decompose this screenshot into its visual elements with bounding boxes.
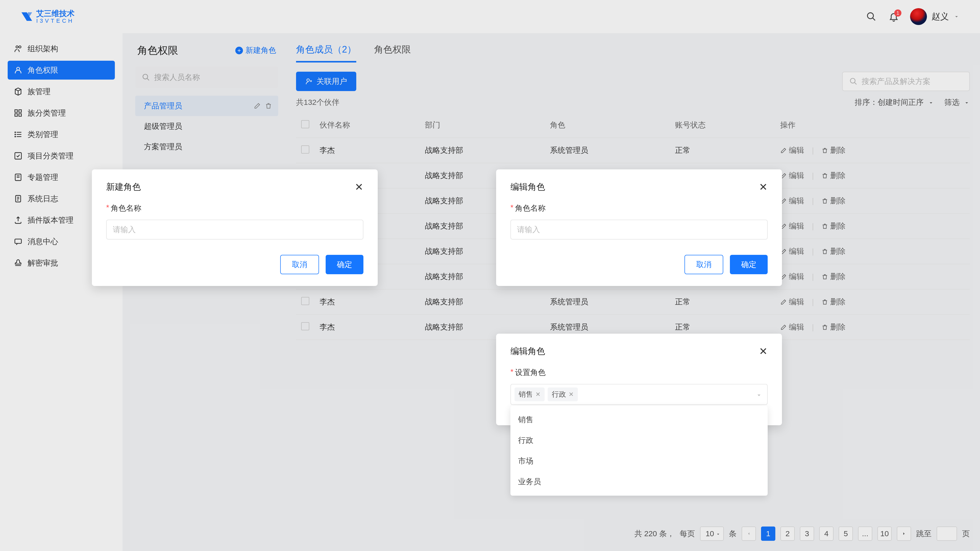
field-label: *角色名称 — [106, 203, 363, 213]
modal-set-role: 编辑角色 ✕ *设置角色 销售✕行政✕ 销售行政市场业务员 — [496, 333, 782, 425]
cancel-button[interactable]: 取消 — [684, 255, 723, 274]
role-multi-select[interactable]: 销售✕行政✕ 销售行政市场业务员 — [511, 384, 768, 405]
ok-button[interactable]: 确定 — [730, 255, 768, 274]
modal-edit-role: 编辑角色 ✕ *角色名称 取消 确定 — [496, 169, 782, 286]
dropdown-list: 销售行政市场业务员 — [511, 406, 768, 495]
modal-title: 编辑角色 — [511, 181, 545, 193]
field-label: *设置角色 — [511, 367, 768, 378]
close-icon[interactable]: ✕ — [759, 181, 768, 193]
field-label: *角色名称 — [511, 203, 768, 213]
modal-title: 编辑角色 — [511, 345, 545, 357]
dropdown-option[interactable]: 市场 — [511, 451, 768, 472]
remove-tag-icon[interactable]: ✕ — [569, 391, 574, 398]
chevron-down-icon — [756, 392, 762, 399]
dropdown-option[interactable]: 销售 — [511, 410, 768, 430]
close-icon[interactable]: ✕ — [355, 181, 363, 193]
ok-button[interactable]: 确定 — [326, 255, 363, 274]
dropdown-option[interactable]: 业务员 — [511, 472, 768, 492]
role-name-input[interactable] — [106, 220, 363, 240]
cancel-button[interactable]: 取消 — [280, 255, 319, 274]
dropdown-option[interactable]: 行政 — [511, 430, 768, 451]
close-icon[interactable]: ✕ — [759, 345, 768, 357]
modal-new-role: 新建角色 ✕ *角色名称 取消 确定 — [92, 169, 378, 286]
role-name-input[interactable] — [511, 220, 768, 240]
modal-title: 新建角色 — [106, 181, 141, 193]
selected-tag: 行政✕ — [548, 387, 578, 401]
selected-tag: 销售✕ — [514, 387, 545, 401]
remove-tag-icon[interactable]: ✕ — [535, 391, 541, 398]
